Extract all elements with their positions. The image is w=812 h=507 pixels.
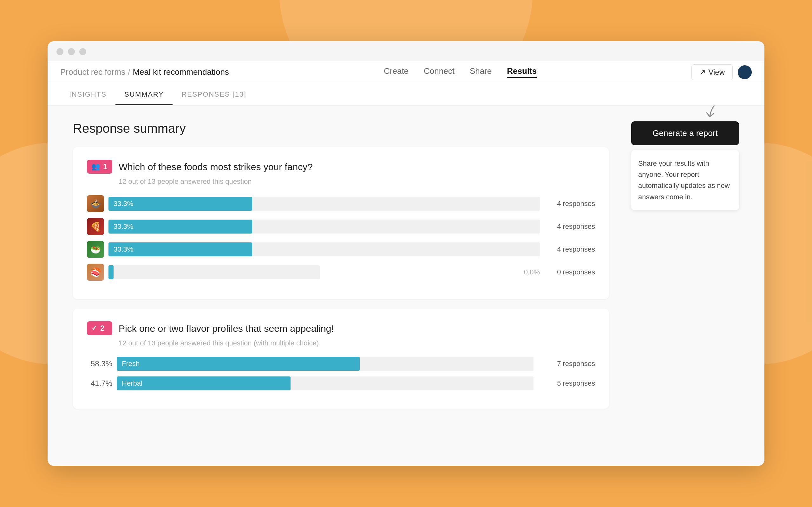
sub-tab-summary[interactable]: SUMMARY <box>115 83 172 105</box>
tab-create[interactable]: Create <box>384 66 409 78</box>
window-maximize-btn[interactable] <box>79 48 86 55</box>
header-actions: ↗ View <box>692 64 752 80</box>
tab-connect[interactable]: Connect <box>424 66 455 78</box>
bar-responses-q2-2: 5 responses <box>538 379 595 388</box>
question-card-2: ✓ 2 Pick one or two flavor profiles that… <box>73 308 609 409</box>
bar-label-1: 33.3% <box>113 200 133 208</box>
people-icon: 👥 <box>91 163 100 171</box>
question-2-number: 2 <box>100 324 104 333</box>
window-minimize-btn[interactable] <box>68 48 75 55</box>
bar-responses-4: 0 responses <box>544 268 595 276</box>
bar-row-q2-2: 41.7% Herbal 5 responses <box>87 377 595 390</box>
bar-responses-3: 4 responses <box>544 245 595 253</box>
bar-row-q1-4: 🍣 0.0% 0 responses <box>87 264 595 281</box>
app-header: Product rec forms / Meal kit recommendat… <box>48 61 764 83</box>
browser-window: Product rec forms / Meal kit recommendat… <box>48 41 764 466</box>
report-tooltip: Share your results with anyone. Your rep… <box>631 150 739 210</box>
bar-fill-4 <box>108 265 113 279</box>
bar-row-q1-2: 🍕 33.3% 4 responses <box>87 218 595 235</box>
avatar[interactable] <box>738 65 752 79</box>
bar-responses-2: 4 responses <box>544 222 595 231</box>
breadcrumb-parent[interactable]: Product rec forms <box>60 67 125 77</box>
bar-container-q2-1: Fresh <box>117 357 534 371</box>
sub-tab-responses[interactable]: RESPONSES [13] <box>172 83 255 105</box>
bar-container-1: 33.3% <box>108 197 540 211</box>
question-1-title: Which of these foods most strikes your f… <box>119 160 313 172</box>
food-thumb-3: 🥗 <box>87 241 104 258</box>
breadcrumb-separator: / <box>128 67 130 77</box>
question-1-header: 👥 1 Which of these foods most strikes yo… <box>87 160 595 174</box>
bar-fill-3: 33.3% <box>108 242 252 257</box>
bar-label-3: 33.3% <box>113 245 133 253</box>
main-content: Response summary 👥 1 Which of these food… <box>73 121 609 450</box>
question-2-title: Pick one or two flavor profiles that see… <box>119 321 334 334</box>
content-area: Response summary 👥 1 Which of these food… <box>48 106 764 466</box>
bar-label-pct-4: 0.0% <box>324 268 540 276</box>
bar-responses-1: 4 responses <box>544 200 595 208</box>
question-1-meta: 12 out of 13 people answered this questi… <box>119 177 595 186</box>
bar-row-q2-1: 58.3% Fresh 7 responses <box>87 357 595 371</box>
bar-percent-q2-1: 58.3% <box>87 359 112 368</box>
breadcrumb-current: Meal kit recommendations <box>133 67 229 77</box>
bar-label-q2-1: Fresh <box>122 360 140 368</box>
food-thumb-2: 🍕 <box>87 218 104 235</box>
question-2-badge: ✓ 2 <box>87 321 112 335</box>
tab-share[interactable]: Share <box>470 66 492 78</box>
bar-fill-q2-1: Fresh <box>117 357 360 371</box>
question-1-number: 1 <box>103 162 107 171</box>
bar-row-q1-1: 🍲 33.3% 4 responses <box>87 195 595 212</box>
bar-fill-1: 33.3% <box>108 197 252 211</box>
bar-row-q1-3: 🥗 33.3% 4 responses <box>87 241 595 258</box>
bar-label-2: 33.3% <box>113 222 133 231</box>
food-thumb-4: 🍣 <box>87 264 104 281</box>
view-button-label: View <box>708 68 725 77</box>
bar-responses-q2-1: 7 responses <box>538 360 595 368</box>
bar-fill-q2-2: Herbal <box>117 377 291 390</box>
bar-container-4 <box>108 265 320 279</box>
bar-container-2: 33.3% <box>108 220 540 233</box>
food-thumb-1: 🍲 <box>87 195 104 212</box>
browser-chrome <box>48 41 764 61</box>
question-1-badge: 👥 1 <box>87 160 112 174</box>
external-link-icon: ↗ <box>699 68 706 77</box>
question-2-meta: 12 out of 13 people answered this questi… <box>119 339 595 347</box>
sub-tabs: INSIGHTS SUMMARY RESPONSES [13] <box>48 83 764 106</box>
bar-container-3: 33.3% <box>108 242 540 257</box>
bar-fill-2: 33.3% <box>108 220 252 233</box>
bar-percent-q2-2: 41.7% <box>87 379 112 388</box>
question-2-header: ✓ 2 Pick one or two flavor profiles that… <box>87 321 595 335</box>
page-title: Response summary <box>73 121 609 135</box>
window-close-btn[interactable] <box>56 48 63 55</box>
sidebar-panel: Generate a report Share your results wit… <box>625 121 739 450</box>
nav-tabs: Create Connect Share Results <box>384 66 537 78</box>
breadcrumb: Product rec forms / Meal kit recommendat… <box>60 67 229 77</box>
check-icon: ✓ <box>91 324 97 332</box>
bar-container-q2-2: Herbal <box>117 377 534 390</box>
question-card-1: 👥 1 Which of these foods most strikes yo… <box>73 147 609 299</box>
bar-label-q2-2: Herbal <box>122 379 142 388</box>
sub-tab-insights[interactable]: INSIGHTS <box>60 83 115 105</box>
window-controls <box>56 48 756 55</box>
view-button[interactable]: ↗ View <box>692 64 733 80</box>
tab-results[interactable]: Results <box>507 66 537 78</box>
